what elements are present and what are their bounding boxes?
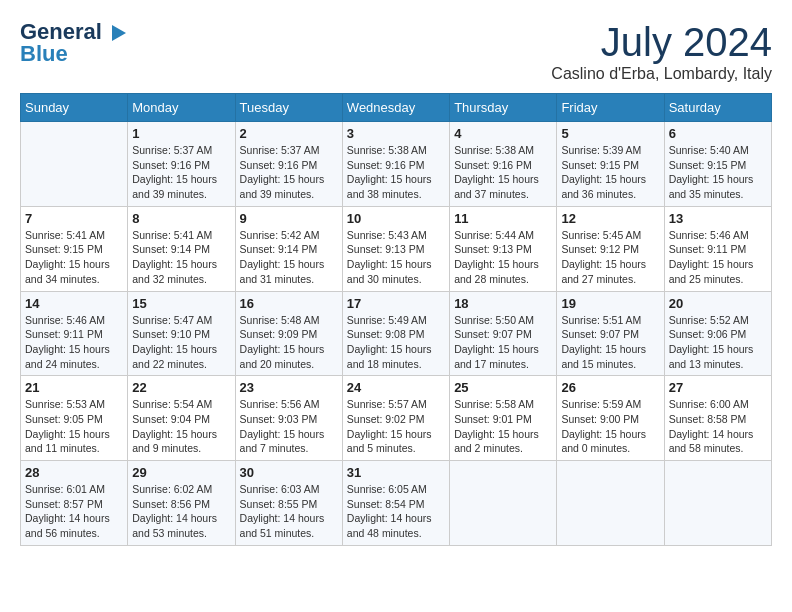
day-number: 13 xyxy=(669,211,767,226)
day-number: 15 xyxy=(132,296,230,311)
calendar-cell: 24Sunrise: 5:57 AMSunset: 9:02 PMDayligh… xyxy=(342,376,449,461)
calendar-cell: 22Sunrise: 5:54 AMSunset: 9:04 PMDayligh… xyxy=(128,376,235,461)
calendar-cell: 13Sunrise: 5:46 AMSunset: 9:11 PMDayligh… xyxy=(664,206,771,291)
day-info: Sunrise: 6:01 AMSunset: 8:57 PMDaylight:… xyxy=(25,482,123,541)
week-row-4: 21Sunrise: 5:53 AMSunset: 9:05 PMDayligh… xyxy=(21,376,772,461)
week-row-1: 1Sunrise: 5:37 AMSunset: 9:16 PMDaylight… xyxy=(21,122,772,207)
week-row-2: 7Sunrise: 5:41 AMSunset: 9:15 PMDaylight… xyxy=(21,206,772,291)
day-info: Sunrise: 5:54 AMSunset: 9:04 PMDaylight:… xyxy=(132,397,230,456)
day-number: 10 xyxy=(347,211,445,226)
calendar-cell: 21Sunrise: 5:53 AMSunset: 9:05 PMDayligh… xyxy=(21,376,128,461)
col-saturday: Saturday xyxy=(664,94,771,122)
day-number: 5 xyxy=(561,126,659,141)
day-number: 7 xyxy=(25,211,123,226)
calendar-cell: 19Sunrise: 5:51 AMSunset: 9:07 PMDayligh… xyxy=(557,291,664,376)
location: Caslino d'Erba, Lombardy, Italy xyxy=(551,65,772,83)
col-friday: Friday xyxy=(557,94,664,122)
calendar-cell: 2Sunrise: 5:37 AMSunset: 9:16 PMDaylight… xyxy=(235,122,342,207)
col-tuesday: Tuesday xyxy=(235,94,342,122)
day-number: 11 xyxy=(454,211,552,226)
calendar-cell: 26Sunrise: 5:59 AMSunset: 9:00 PMDayligh… xyxy=(557,376,664,461)
calendar-cell xyxy=(664,461,771,546)
calendar-cell: 23Sunrise: 5:56 AMSunset: 9:03 PMDayligh… xyxy=(235,376,342,461)
col-thursday: Thursday xyxy=(450,94,557,122)
day-number: 25 xyxy=(454,380,552,395)
calendar-cell: 3Sunrise: 5:38 AMSunset: 9:16 PMDaylight… xyxy=(342,122,449,207)
calendar-cell xyxy=(557,461,664,546)
day-info: Sunrise: 5:59 AMSunset: 9:00 PMDaylight:… xyxy=(561,397,659,456)
day-number: 19 xyxy=(561,296,659,311)
day-info: Sunrise: 5:49 AMSunset: 9:08 PMDaylight:… xyxy=(347,313,445,372)
page-header: General Blue July 2024 Caslino d'Erba, L… xyxy=(20,20,772,83)
day-info: Sunrise: 5:50 AMSunset: 9:07 PMDaylight:… xyxy=(454,313,552,372)
day-info: Sunrise: 5:42 AMSunset: 9:14 PMDaylight:… xyxy=(240,228,338,287)
day-number: 20 xyxy=(669,296,767,311)
calendar-cell: 12Sunrise: 5:45 AMSunset: 9:12 PMDayligh… xyxy=(557,206,664,291)
day-info: Sunrise: 5:46 AMSunset: 9:11 PMDaylight:… xyxy=(669,228,767,287)
calendar-cell: 14Sunrise: 5:46 AMSunset: 9:11 PMDayligh… xyxy=(21,291,128,376)
day-info: Sunrise: 5:41 AMSunset: 9:14 PMDaylight:… xyxy=(132,228,230,287)
day-number: 1 xyxy=(132,126,230,141)
day-info: Sunrise: 5:39 AMSunset: 9:15 PMDaylight:… xyxy=(561,143,659,202)
calendar-cell: 5Sunrise: 5:39 AMSunset: 9:15 PMDaylight… xyxy=(557,122,664,207)
calendar-cell: 29Sunrise: 6:02 AMSunset: 8:56 PMDayligh… xyxy=(128,461,235,546)
calendar-cell: 1Sunrise: 5:37 AMSunset: 9:16 PMDaylight… xyxy=(128,122,235,207)
day-number: 23 xyxy=(240,380,338,395)
calendar-header-row: Sunday Monday Tuesday Wednesday Thursday… xyxy=(21,94,772,122)
day-info: Sunrise: 6:00 AMSunset: 8:58 PMDaylight:… xyxy=(669,397,767,456)
day-number: 31 xyxy=(347,465,445,480)
day-info: Sunrise: 5:37 AMSunset: 9:16 PMDaylight:… xyxy=(240,143,338,202)
day-number: 3 xyxy=(347,126,445,141)
calendar-cell: 16Sunrise: 5:48 AMSunset: 9:09 PMDayligh… xyxy=(235,291,342,376)
calendar-cell: 25Sunrise: 5:58 AMSunset: 9:01 PMDayligh… xyxy=(450,376,557,461)
calendar-cell: 7Sunrise: 5:41 AMSunset: 9:15 PMDaylight… xyxy=(21,206,128,291)
day-number: 28 xyxy=(25,465,123,480)
day-number: 29 xyxy=(132,465,230,480)
calendar-cell xyxy=(21,122,128,207)
day-number: 30 xyxy=(240,465,338,480)
day-number: 14 xyxy=(25,296,123,311)
calendar-cell: 30Sunrise: 6:03 AMSunset: 8:55 PMDayligh… xyxy=(235,461,342,546)
col-wednesday: Wednesday xyxy=(342,94,449,122)
day-info: Sunrise: 5:38 AMSunset: 9:16 PMDaylight:… xyxy=(347,143,445,202)
day-info: Sunrise: 5:40 AMSunset: 9:15 PMDaylight:… xyxy=(669,143,767,202)
day-info: Sunrise: 5:58 AMSunset: 9:01 PMDaylight:… xyxy=(454,397,552,456)
day-number: 24 xyxy=(347,380,445,395)
day-number: 22 xyxy=(132,380,230,395)
day-number: 17 xyxy=(347,296,445,311)
day-info: Sunrise: 5:44 AMSunset: 9:13 PMDaylight:… xyxy=(454,228,552,287)
svg-marker-0 xyxy=(112,25,126,41)
calendar-cell: 8Sunrise: 5:41 AMSunset: 9:14 PMDaylight… xyxy=(128,206,235,291)
calendar-cell: 9Sunrise: 5:42 AMSunset: 9:14 PMDaylight… xyxy=(235,206,342,291)
title-block: July 2024 Caslino d'Erba, Lombardy, Ital… xyxy=(551,20,772,83)
logo: General Blue xyxy=(20,20,130,67)
day-info: Sunrise: 5:53 AMSunset: 9:05 PMDaylight:… xyxy=(25,397,123,456)
month-title: July 2024 xyxy=(551,20,772,65)
day-info: Sunrise: 5:47 AMSunset: 9:10 PMDaylight:… xyxy=(132,313,230,372)
day-number: 21 xyxy=(25,380,123,395)
day-info: Sunrise: 5:37 AMSunset: 9:16 PMDaylight:… xyxy=(132,143,230,202)
calendar-cell: 15Sunrise: 5:47 AMSunset: 9:10 PMDayligh… xyxy=(128,291,235,376)
week-row-5: 28Sunrise: 6:01 AMSunset: 8:57 PMDayligh… xyxy=(21,461,772,546)
calendar-cell: 10Sunrise: 5:43 AMSunset: 9:13 PMDayligh… xyxy=(342,206,449,291)
day-number: 8 xyxy=(132,211,230,226)
calendar-cell: 6Sunrise: 5:40 AMSunset: 9:15 PMDaylight… xyxy=(664,122,771,207)
day-info: Sunrise: 5:56 AMSunset: 9:03 PMDaylight:… xyxy=(240,397,338,456)
day-info: Sunrise: 5:41 AMSunset: 9:15 PMDaylight:… xyxy=(25,228,123,287)
day-number: 4 xyxy=(454,126,552,141)
col-monday: Monday xyxy=(128,94,235,122)
calendar-cell: 11Sunrise: 5:44 AMSunset: 9:13 PMDayligh… xyxy=(450,206,557,291)
calendar-cell: 4Sunrise: 5:38 AMSunset: 9:16 PMDaylight… xyxy=(450,122,557,207)
day-info: Sunrise: 5:52 AMSunset: 9:06 PMDaylight:… xyxy=(669,313,767,372)
day-number: 6 xyxy=(669,126,767,141)
calendar-cell: 17Sunrise: 5:49 AMSunset: 9:08 PMDayligh… xyxy=(342,291,449,376)
day-info: Sunrise: 5:51 AMSunset: 9:07 PMDaylight:… xyxy=(561,313,659,372)
day-info: Sunrise: 6:05 AMSunset: 8:54 PMDaylight:… xyxy=(347,482,445,541)
day-info: Sunrise: 5:38 AMSunset: 9:16 PMDaylight:… xyxy=(454,143,552,202)
day-info: Sunrise: 5:57 AMSunset: 9:02 PMDaylight:… xyxy=(347,397,445,456)
week-row-3: 14Sunrise: 5:46 AMSunset: 9:11 PMDayligh… xyxy=(21,291,772,376)
calendar-cell xyxy=(450,461,557,546)
calendar-cell: 18Sunrise: 5:50 AMSunset: 9:07 PMDayligh… xyxy=(450,291,557,376)
day-number: 18 xyxy=(454,296,552,311)
col-sunday: Sunday xyxy=(21,94,128,122)
